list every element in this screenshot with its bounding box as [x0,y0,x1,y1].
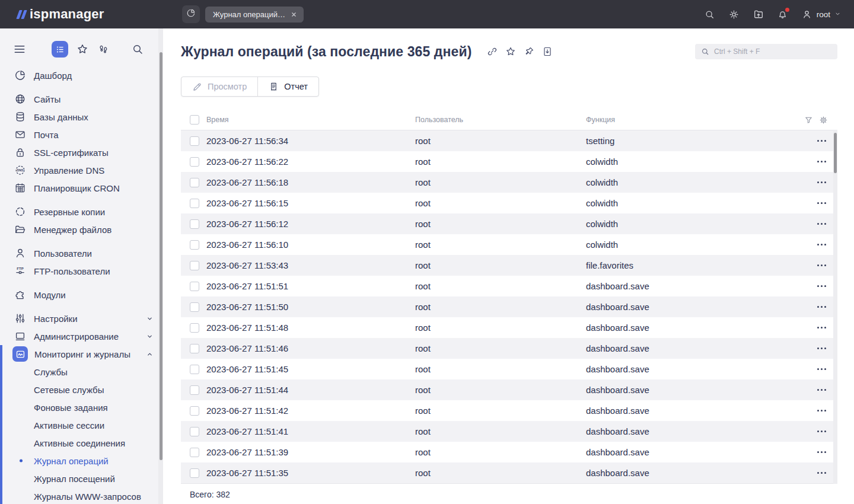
row-actions-icon[interactable] [798,285,837,287]
row-checkbox[interactable] [190,136,199,146]
table-row[interactable]: 2023-06-27 11:51:39rootdashboard.save [181,442,837,462]
sidebar-item-monitoring[interactable]: Мониторинг и журналы [0,345,163,363]
table-row[interactable]: 2023-06-27 11:51:42rootdashboard.save [181,400,837,421]
sidebar-item-settings[interactable]: Настройки [0,310,163,327]
sidebar-item-file-manager[interactable]: Менеджер файлов [0,221,163,238]
ispmanager-logo[interactable]: ispmanager [0,7,163,22]
row-checkbox[interactable] [190,468,199,478]
sidebar-item-active-sessions[interactable]: Активные сессии [0,416,163,434]
sidebar-item-users[interactable]: Пользователи [0,244,163,262]
sidebar-scrollbar-track[interactable] [158,28,163,504]
footprints-icon[interactable] [97,43,110,56]
row-actions-icon[interactable] [798,410,837,412]
table-scrollbar-thumb[interactable] [834,133,837,173]
theme-icon[interactable] [729,9,740,20]
sidebar-item-visits-log[interactable]: Журнал посещений [0,470,163,487]
star-icon[interactable] [505,46,516,57]
file-download-icon[interactable] [542,46,553,57]
table-row[interactable]: 2023-06-27 11:56:15rootcolwidth [181,193,837,213]
row-checkbox[interactable] [190,282,199,291]
row-checkbox[interactable] [190,448,199,457]
table-row[interactable]: 2023-06-27 11:51:51rootdashboard.save [181,276,837,296]
pin-icon[interactable] [524,46,534,57]
sidebar-item-active-connections[interactable]: Активные соединения [0,434,163,452]
row-actions-icon[interactable] [798,244,837,245]
row-checkbox[interactable] [190,199,199,208]
table-scrollbar-track[interactable] [833,131,837,484]
sidebar-item-operations-log[interactable]: Журнал операций [0,452,163,470]
row-actions-icon[interactable] [798,202,837,204]
row-actions-icon[interactable] [798,264,837,266]
hamburger-icon[interactable] [13,43,26,56]
sidebar-item-www-logs[interactable]: Журналы WWW-запросов [0,487,163,504]
row-checkbox[interactable] [190,219,199,229]
row-checkbox[interactable] [190,427,199,436]
table-row[interactable]: 2023-06-27 11:56:12rootcolwidth [181,213,837,234]
user-menu[interactable]: root [802,9,841,20]
row-actions-icon[interactable] [798,327,837,328]
sidebar-item-backups[interactable]: Резервные копии [0,203,163,221]
row-checkbox[interactable] [190,365,199,374]
link-icon[interactable] [487,46,498,57]
select-all-checkbox[interactable] [190,115,199,125]
search-input[interactable] [714,47,831,56]
close-icon[interactable] [291,11,297,18]
table-row[interactable]: 2023-06-27 11:51:35rootdashboard.save [181,462,837,483]
row-checkbox[interactable] [190,323,199,333]
search-icon[interactable] [131,43,144,56]
table-row[interactable]: 2023-06-27 11:51:45rootdashboard.save [181,359,837,379]
menu-list-icon[interactable] [52,41,68,58]
table-row[interactable]: 2023-06-27 11:56:18rootcolwidth [181,172,837,193]
row-actions-icon[interactable] [798,223,837,225]
star-icon[interactable] [76,43,89,56]
row-checkbox[interactable] [190,302,199,312]
sidebar-item-modules[interactable]: Модули [0,286,163,304]
sidebar-item-network-services[interactable]: Сетевые службы [0,381,163,398]
row-actions-icon[interactable] [798,161,837,162]
sidebar-item-services[interactable]: Службы [0,363,163,381]
row-checkbox[interactable] [190,178,199,187]
row-actions-icon[interactable] [798,140,837,142]
row-actions-icon[interactable] [798,451,837,453]
row-actions-icon[interactable] [798,347,837,349]
row-actions-icon[interactable] [798,368,837,370]
sidebar-item-ssl[interactable]: SSL-сертификаты [0,143,163,161]
sidebar-item-cron[interactable]: Планировщик CRON [0,179,163,197]
table-row[interactable]: 2023-06-27 11:51:41rootdashboard.save [181,421,837,442]
sidebar-item-ftp-users[interactable]: FTP FTP-пользователи [0,262,163,280]
install-icon[interactable] [753,9,764,20]
table-row[interactable]: 2023-06-27 11:51:46rootdashboard.save [181,338,837,359]
sidebar-item-background-tasks[interactable]: Фоновые задания [0,398,163,416]
gear-icon[interactable] [819,116,828,125]
sidebar-item-mail[interactable]: Почта [0,126,163,143]
row-checkbox[interactable] [190,385,199,395]
row-checkbox[interactable] [190,157,199,167]
table-row[interactable]: 2023-06-27 11:51:48rootdashboard.save [181,317,837,338]
filter-icon[interactable] [804,116,813,125]
row-checkbox[interactable] [190,261,199,270]
table-row[interactable]: 2023-06-27 11:51:44rootdashboard.save [181,379,837,400]
tab-operations-log[interactable]: Журнал операций… [205,7,304,23]
sidebar-item-databases[interactable]: Базы данных [0,108,163,126]
row-checkbox[interactable] [190,406,199,416]
table-row[interactable]: 2023-06-27 11:51:50rootdashboard.save [181,296,837,317]
row-actions-icon[interactable] [798,472,837,474]
sidebar-item-sites[interactable]: Сайты [0,90,163,108]
view-button[interactable]: Просмотр [181,77,257,96]
table-row[interactable]: 2023-06-27 11:56:22rootcolwidth [181,151,837,172]
page-search[interactable] [695,44,837,59]
dashboard-tab-button[interactable] [182,5,200,23]
row-actions-icon[interactable] [798,181,837,183]
table-row[interactable]: 2023-06-27 11:53:43rootfile.favorites [181,255,837,276]
row-checkbox[interactable] [190,240,199,250]
table-row[interactable]: 2023-06-27 11:56:34roottsetting [181,130,837,151]
notifications-icon[interactable] [777,9,788,20]
sidebar-item-dns[interactable]: DNS Управление DNS [0,161,163,179]
sidebar-scrollbar-thumb[interactable] [160,52,162,460]
sidebar-item-administration[interactable]: Администрирование [0,327,163,345]
row-actions-icon[interactable] [798,430,837,432]
row-checkbox[interactable] [190,344,199,353]
search-icon[interactable] [705,9,715,20]
table-row[interactable]: 2023-06-27 11:56:10rootcolwidth [181,234,837,255]
row-actions-icon[interactable] [798,306,837,308]
